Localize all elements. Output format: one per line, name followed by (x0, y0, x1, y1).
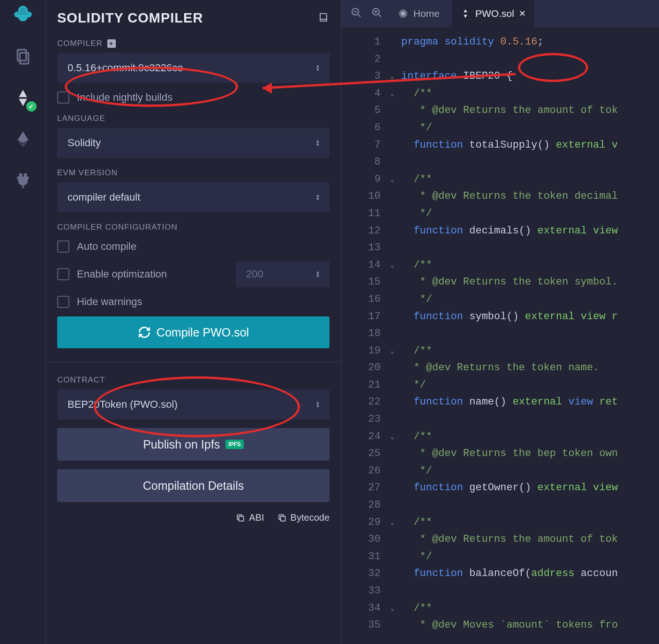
zoom-in-icon[interactable] (368, 4, 385, 23)
documentation-icon[interactable] (318, 12, 330, 25)
evm-version-label: EVM VERSION (57, 168, 330, 178)
auto-compile-label: Auto compile (77, 240, 136, 253)
compile-button-label: Compile PWO.sol (157, 326, 249, 339)
refresh-icon (138, 326, 151, 339)
tab-file-label: PWO.sol (475, 8, 514, 19)
logo-icon[interactable] (11, 4, 35, 27)
svg-point-7 (401, 12, 405, 15)
compiler-config-label: COMPILER CONFIGURATION (57, 223, 330, 232)
svg-rect-2 (239, 516, 244, 521)
fold-chevron-icon[interactable]: ⌄ (385, 600, 399, 617)
optimization-runs-value: 200 (246, 268, 263, 280)
fold-chevron-icon[interactable]: ⌄ (385, 514, 399, 532)
hide-warnings-label: Hide warnings (77, 296, 142, 308)
language-select[interactable]: Solidity ▲▼ (57, 128, 330, 158)
tab-file[interactable]: PWO.sol ✕ (452, 0, 534, 27)
nightly-builds-label: Include nightly builds (77, 91, 172, 104)
publish-ipfs-label: Publish on Ipfs (143, 438, 220, 451)
compilation-details-label: Compilation Details (143, 479, 244, 493)
fold-chevron-icon[interactable]: ⌄ (385, 257, 399, 274)
compiler-icon[interactable] (11, 86, 35, 110)
chevron-updown-icon: ▲▼ (315, 194, 320, 201)
chevron-updown-icon: ▲▼ (315, 270, 320, 278)
code-content[interactable]: pragma solidity 0.5.16;interface IBEP20 … (399, 27, 648, 644)
fold-chevron-icon[interactable]: ⌄ (385, 171, 399, 188)
evm-version-value: compiler default (67, 191, 140, 203)
tab-home-label: Home (413, 8, 440, 19)
language-value: Solidity (67, 137, 101, 149)
divider (46, 361, 341, 362)
abi-label: ABI (249, 512, 264, 523)
language-label: LANGUAGE (57, 114, 330, 123)
enable-optimization-label: Enable optimization (77, 268, 167, 280)
compiler-label: COMPILER (57, 39, 103, 48)
auto-compile-checkbox[interactable] (57, 240, 69, 253)
compile-button[interactable]: Compile PWO.sol (57, 316, 330, 348)
panel-title: SOLIDITY COMPILER (57, 10, 203, 26)
compile-success-badge (26, 101, 37, 112)
icon-bar (0, 0, 46, 644)
contract-label: CONTRACT (57, 375, 330, 385)
chevron-updown-icon: ▲▼ (315, 64, 320, 72)
copy-bytecode-button[interactable]: Bytecode (277, 512, 330, 523)
enable-optimization-checkbox[interactable] (57, 268, 69, 280)
nightly-builds-checkbox[interactable] (57, 91, 69, 104)
hide-warnings-checkbox[interactable] (57, 296, 69, 308)
fold-chevron-icon[interactable]: ⌄ (385, 428, 399, 446)
compiler-version-select[interactable]: 0.5.16+commit.9c3226ce ▲▼ (57, 53, 330, 83)
fold-chevron-icon[interactable]: ⌄ (385, 68, 399, 85)
copy-abi-button[interactable]: ABI (236, 512, 264, 523)
home-tab-icon (397, 8, 409, 19)
ipfs-badge-icon: IPFS (225, 440, 244, 449)
copy-icon (277, 513, 287, 523)
minimap[interactable] (648, 27, 659, 644)
fold-gutter: ⌄⌄⌄⌄⌄⌄⌄⌄ (385, 27, 399, 644)
svg-rect-3 (280, 516, 285, 521)
editor-area: Home PWO.sol ✕ 1234567891011121314151617… (341, 0, 659, 644)
chevron-updown-icon: ▲▼ (315, 401, 320, 408)
svg-rect-1 (20, 53, 28, 64)
contract-select[interactable]: BEP20Token (PWO.sol) ▲▼ (57, 389, 330, 419)
line-number-gutter: 1234567891011121314151617181920212223242… (341, 27, 385, 644)
svg-rect-0 (17, 50, 26, 60)
evm-version-select[interactable]: compiler default ▲▼ (57, 182, 330, 212)
contract-value: BEP20Token (PWO.sol) (67, 398, 178, 411)
copy-icon (236, 513, 245, 523)
bytecode-label: Bytecode (291, 512, 330, 523)
plugin-manager-icon[interactable] (11, 169, 35, 192)
compilation-details-button[interactable]: Compilation Details (57, 469, 330, 502)
fold-chevron-icon[interactable]: ⌄ (385, 343, 399, 360)
chevron-updown-icon: ▲▼ (315, 139, 320, 147)
fold-chevron-icon[interactable]: ⌄ (385, 85, 399, 103)
tab-bar: Home PWO.sol ✕ (341, 0, 659, 27)
compiler-panel: SOLIDITY COMPILER COMPILER ＋ 0.5.16+comm… (46, 0, 341, 644)
compiler-version-value: 0.5.16+commit.9c3226ce (67, 62, 183, 74)
close-tab-icon[interactable]: ✕ (519, 8, 526, 19)
zoom-out-icon[interactable] (348, 4, 365, 23)
add-compiler-icon[interactable]: ＋ (107, 39, 116, 48)
tab-home[interactable]: Home (389, 0, 448, 27)
publish-ipfs-button[interactable]: Publish on Ipfs IPFS (57, 428, 330, 461)
optimization-runs-input[interactable]: 200 ▲▼ (236, 261, 330, 287)
solidity-file-icon (460, 8, 471, 19)
file-explorer-icon[interactable] (11, 45, 35, 68)
deploy-icon[interactable] (11, 127, 35, 151)
code-editor[interactable]: 1234567891011121314151617181920212223242… (341, 27, 659, 644)
